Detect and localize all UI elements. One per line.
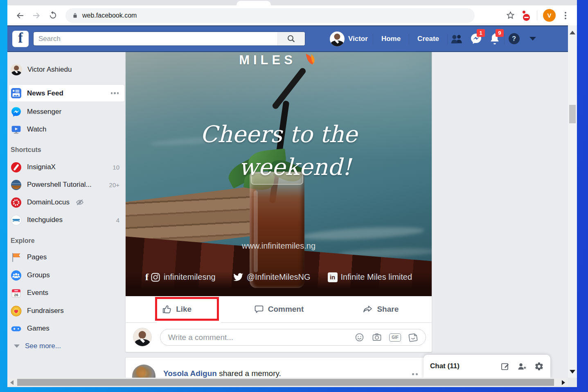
browser-toolbar-right: V (505, 9, 571, 22)
svg-text:26: 26 (14, 293, 18, 297)
sticker-icon[interactable] (407, 331, 419, 343)
header-profile-link[interactable]: Victor (325, 32, 373, 46)
scroll-up-arrow[interactable] (570, 31, 575, 34)
emoji-icon[interactable] (354, 332, 365, 342)
sidebar-item-itechguides[interactable]: Itechguides 4 (9, 212, 124, 228)
facebook-f-icon: f (145, 272, 149, 283)
bookmark-star-icon[interactable] (505, 10, 516, 20)
chat-bar-icons (500, 362, 544, 371)
social-item-linkedin: in Infinite Miles limited (328, 272, 412, 282)
gif-icon[interactable]: GIF (389, 333, 401, 342)
horizontal-scroll-thumb[interactable] (17, 379, 554, 386)
header-profile-name: Victor (348, 35, 368, 43)
instagram-icon (151, 272, 160, 282)
notifications-button[interactable]: 9 (485, 31, 504, 47)
scrollbar-corner (568, 378, 577, 387)
sidebar-profile-name: Victor Ashiedu (27, 66, 72, 74)
vertical-scroll-thumb[interactable] (569, 105, 576, 123)
social-handles-row: f infinitemilesng @InfiniteMilesNG in In… (126, 272, 432, 283)
scroll-left-arrow[interactable] (10, 380, 14, 385)
sidebar-watch-label: Watch (27, 125, 47, 134)
comment-label: Comment (268, 305, 304, 314)
social-item-twitter: @InfiniteMilesNG (233, 272, 311, 283)
help-button[interactable]: ? (505, 31, 523, 47)
comment-button[interactable]: Comment (228, 296, 329, 322)
sidebar-item-domainlocus[interactable]: DomainLocus (9, 195, 124, 210)
sidebar-item-watch[interactable]: Watch (9, 122, 124, 137)
next-post-action-text: shared a memory. (217, 369, 281, 378)
search-icon (286, 34, 296, 44)
profile-avatar (11, 64, 22, 75)
friend-requests-button[interactable] (448, 31, 466, 47)
next-post-author-link[interactable]: Yosola Adigun (163, 369, 217, 378)
games-controller-icon (11, 323, 22, 334)
share-label: Share (377, 305, 399, 314)
drink-jar (250, 172, 304, 288)
camera-icon[interactable] (372, 332, 382, 342)
news-feed-options-icon[interactable] (111, 92, 119, 94)
brand-flame-icon (297, 53, 318, 71)
sidebar-item-events[interactable]: 26 Events (9, 285, 124, 301)
facebook-page: Victor Ashiedu News Feed Messenger (7, 52, 568, 378)
sidebar-item-fundraisers[interactable]: Fundraisers (9, 303, 124, 319)
create-link[interactable]: Create (409, 35, 447, 43)
post-options-icon[interactable] (412, 373, 418, 375)
next-post-avatar[interactable] (132, 365, 155, 378)
headline-line2: weekend! (142, 154, 432, 180)
scroll-down-arrow[interactable] (570, 370, 575, 374)
address-bar[interactable]: web.facebook.com (65, 8, 475, 23)
sidebar-item-groups[interactable]: Groups (9, 267, 124, 283)
vertical-scrollbar (568, 25, 577, 378)
post-image[interactable]: MILES Cheers to the weekend! www.infinit… (126, 52, 432, 296)
chat-bar[interactable]: Chat (11) (424, 355, 550, 378)
browser-toolbar: web.facebook.com V (7, 5, 577, 25)
chevron-down-icon (529, 37, 536, 41)
sidebar-item-messenger[interactable]: Messenger (9, 104, 124, 120)
browser-menu-button[interactable] (561, 10, 570, 21)
sidebar-item-news-feed[interactable]: News Feed (9, 85, 124, 102)
forward-button[interactable] (29, 9, 43, 23)
add-person-icon[interactable] (517, 362, 527, 371)
comment-input[interactable] (160, 333, 354, 342)
post-card: MILES Cheers to the weekend! www.infinit… (125, 52, 432, 352)
shortcut-count: 20+ (109, 181, 119, 188)
messenger-sidebar-icon (11, 106, 22, 118)
sidebar-item-games[interactable]: Games (9, 321, 124, 336)
search-input[interactable] (34, 35, 277, 43)
website-url: www.infinitemiles.ng (126, 241, 432, 251)
social-item-facebook-instagram: f infinitemilesng (145, 272, 216, 283)
browser-profile-avatar[interactable]: V (543, 9, 556, 22)
back-button[interactable] (13, 9, 27, 23)
sidebar-news-feed-label: News Feed (27, 89, 63, 97)
adblock-extension-icon[interactable] (521, 11, 531, 20)
sidebar-item-pages[interactable]: Pages (9, 249, 124, 265)
messenger-button[interactable]: 1 (466, 31, 485, 47)
see-more-label: See more... (25, 342, 61, 350)
scroll-right-arrow[interactable] (562, 380, 565, 385)
sidebar-item-insigniax[interactable]: InsigniaX 10 (9, 159, 124, 175)
home-link[interactable]: Home (373, 35, 409, 43)
share-button[interactable]: Share (330, 296, 432, 322)
sidebar-item-see-more[interactable]: See more... (9, 338, 124, 354)
back-arrow-icon (15, 11, 25, 20)
sidebar-item-profile[interactable]: Victor Ashiedu (9, 62, 124, 77)
reload-button[interactable] (46, 9, 60, 23)
chat-settings-gear-icon[interactable] (534, 362, 544, 371)
comment-input-pill: GIF (160, 329, 426, 346)
account-menu-button[interactable] (523, 31, 542, 47)
search-button[interactable] (277, 32, 305, 45)
muted-eye-icon (76, 199, 84, 206)
facebook-logo[interactable]: f (12, 31, 29, 47)
linkedin-handle: Infinite Miles limited (341, 272, 412, 282)
twitter-handle: @InfiniteMilesNG (247, 272, 311, 282)
groups-icon (11, 270, 22, 281)
new-message-icon[interactable] (500, 362, 510, 371)
linkedin-icon: in (328, 272, 338, 282)
sidebar-item-powershell-tutorial[interactable]: Powershell Tutorial... 20+ (9, 177, 124, 193)
active-tab[interactable] (237, 1, 271, 5)
browser-tab-strip (7, 0, 577, 5)
sidebar-explore-label: Fundraisers (27, 307, 64, 315)
instagram-handle: infinitemilesng (164, 272, 216, 282)
search-bar (33, 32, 305, 46)
sidebar-shortcut-label: DomainLocus (27, 198, 70, 206)
